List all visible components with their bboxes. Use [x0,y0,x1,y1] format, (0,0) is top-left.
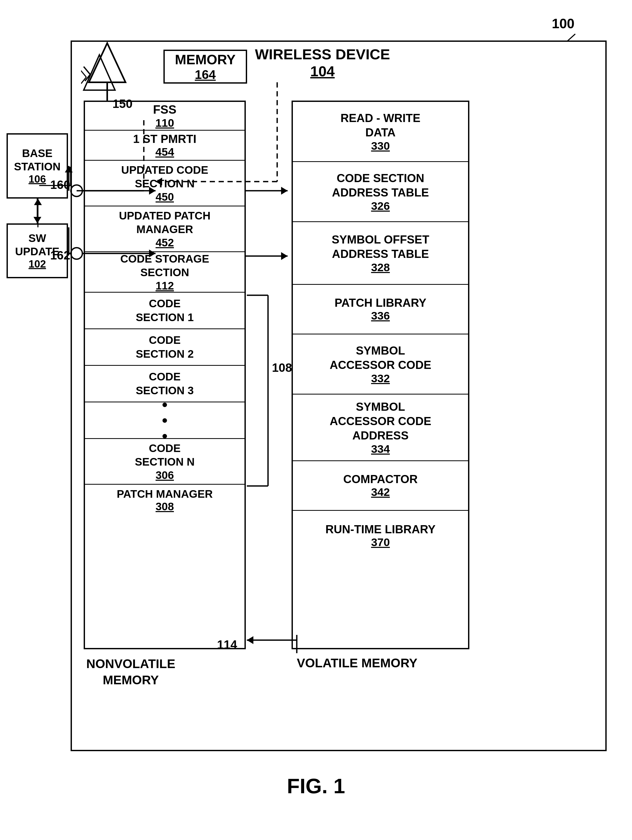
nv-updated-patch-manager: UPDATED PATCHMANAGER 452 [85,207,244,252]
svg-marker-35 [89,43,125,82]
ref-100-label: 100 [552,16,575,32]
vol-run-time-library: RUN-TIME LIBRARY 370 [293,511,468,561]
nv-code-section-1: CODESECTION 1 [85,293,244,329]
vol-symbol-offset-address-table: SYMBOL OFFSETADDRESS TABLE 328 [293,222,468,285]
base-station-num: 106 [29,173,46,185]
vol-symbol-accessor-code-address: SYMBOLACCESSOR CODEADDRESS 334 [293,395,468,461]
vol-compactor: COMPACTOR 342 [293,461,468,511]
ref-162-label: 162 [50,248,70,262]
nonvolatile-box: FSS 110 1 ST PMRTI 454 UPDATED CODESECTI… [84,101,246,649]
ref-108-label: 108 [272,360,292,375]
nv-patch-manager: PATCH MANAGER 308 [85,485,244,516]
base-station-label: BASE STATION [8,147,67,173]
ref-114-label: 114 [217,638,237,652]
sw-update-num: 102 [29,258,46,270]
page: 100 WIRELESS DEVICE 104 MEMORY 164 FSS 1… [0,0,632,840]
svg-line-38 [84,66,90,74]
vol-patch-library: PATCH LIBRARY 336 [293,285,468,335]
ref-160-label: 160 [50,178,70,192]
wireless-device-box: WIRELESS DEVICE 104 MEMORY 164 FSS 110 1… [71,41,607,751]
volatile-box: READ - WRITEDATA 330 CODE SECTIONADDRESS… [291,101,469,649]
nv-updated-code-section-n: UPDATED CODESECTION N 450 [85,161,244,207]
wireless-device-label: WIRELESS DEVICE 104 [255,46,390,80]
nv-1st-pmrti: 1 ST PMRTI 454 [85,131,244,161]
memory-box: MEMORY 164 [163,50,247,84]
antenna-svg [81,41,146,124]
svg-line-40 [81,69,86,77]
nv-code-section-2: CODESECTION 2 [85,329,244,366]
svg-marker-53 [33,217,41,223]
nv-code-section-n: CODESECTION N 306 [85,439,244,485]
vol-symbol-accessor-code: SYMBOLACCESSOR CODE 332 [293,335,468,395]
nonvolatile-label: NONVOLATILEMEMORY [86,656,175,688]
nv-code-storage-section: CODE STORAGESECTION 112 [85,252,244,293]
svg-marker-17 [34,199,42,205]
fig-label: FIG. 1 [287,774,345,798]
nv-dots: • • • [85,403,244,439]
volatile-label: VOLATILE MEMORY [297,656,417,670]
vol-read-write-data: READ - WRITEDATA 330 [293,102,468,162]
vol-code-section-address-table: CODE SECTIONADDRESS TABLE 326 [293,162,468,222]
